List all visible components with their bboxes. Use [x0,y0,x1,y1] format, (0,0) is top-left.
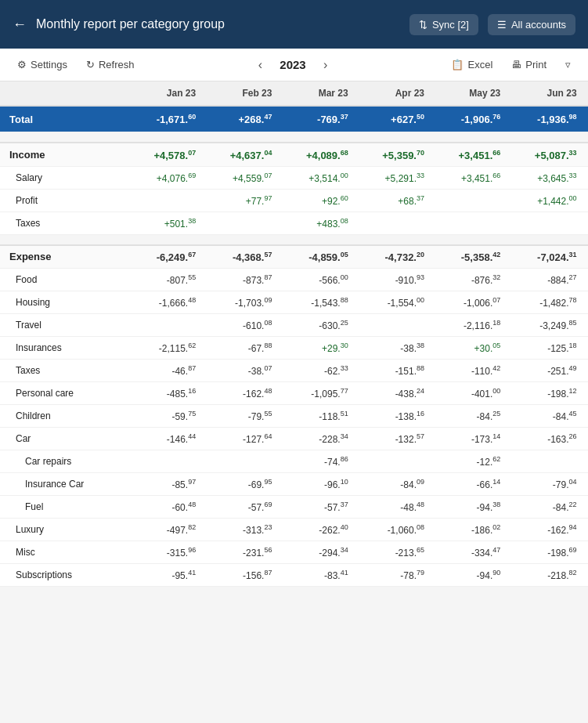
expense-sub-cell-3: -438.24 [355,381,431,404]
sync-button[interactable]: ⇅ Sync [2] [409,14,478,35]
expense-row-10: Fuel-60.48-57.69-57.37-48.48-94.38-84.22… [0,495,588,518]
filter-button[interactable]: ▿ [557,55,579,74]
expense-row-4: Taxes-46.87-38.07-62.33-151.88-110.42-25… [0,359,588,381]
expense-sub-cell-5: -84.45 [507,404,583,427]
income-sub-cell-3 [355,211,431,234]
expense-sub-cell-3: -132.57 [355,427,431,450]
report-table: Jan 23 Feb 23 Mar 23 Apr 23 May 23 Jun 2… [0,81,588,587]
expense-sub-cell-2: +29.30 [278,336,354,359]
expense-sub-cell-5: -1,482.78 [507,291,583,313]
expense-sub-cell-4: -876.32 [431,268,507,291]
income-header-cell-6: +8,352.04 [583,143,588,166]
expense-sub-label: Subscriptions [0,563,126,586]
expense-sub-cell-5: -79.04 [507,472,583,495]
expense-sub-cell-4: -84.25 [431,404,507,427]
expense-sub-cell-4: -94.38 [431,495,507,518]
expense-sub-cell-2: -294.34 [278,540,354,563]
expense-sub-cell-6: -77.16 [583,563,588,586]
col-header-jul: Jul 23 [583,81,588,106]
expense-sub-label: Car [0,427,126,450]
expense-sub-label: Insurances [0,336,126,359]
expense-header-cell-2: -4,859.05 [278,245,354,269]
col-header-jun: Jun 23 [507,81,583,106]
accounts-button[interactable]: ☰ All accounts [488,14,575,35]
expense-sub-cell-3 [355,313,431,336]
income-sub-cell-5 [507,211,583,234]
expense-sub-cell-2: -57.37 [278,495,354,518]
income-sub-cell-5: +1,442.00 [507,189,583,211]
page-title: Monthly report per category group [36,17,400,31]
income-sub-cell-0: +501.38 [126,211,202,234]
year-navigation: ‹ 2023 › [254,56,333,74]
refresh-button[interactable]: ↻ Refresh [78,55,142,74]
expense-sub-cell-5: -84.22 [507,495,583,518]
expense-sub-cell-6: -67.18 [583,313,588,336]
expense-sub-cell-4: -94.90 [431,563,507,586]
expense-sub-cell-6: -851.80 [583,427,588,450]
expense-sub-cell-1: -610.08 [202,313,278,336]
income-row-1: Profit+77.97+92.60+68.37+1,442.00+3,271.… [0,189,588,211]
expense-sub-cell-4: +30.05 [431,336,507,359]
expense-sub-cell-0 [126,450,202,472]
expense-header-cell-3: -4,732.20 [355,245,431,269]
expense-sub-cell-4: -66.14 [431,472,507,495]
expense-sub-cell-3: -138.16 [355,404,431,427]
expense-sub-cell-4: -334.47 [431,540,507,563]
income-sub-cell-1: +77.97 [202,189,278,211]
income-sub-cell-6: +535.57 [583,211,588,234]
income-sub-cell-1: +4,559.07 [202,166,278,189]
expense-sub-cell-0: -146.44 [126,427,202,450]
expense-sub-label: Children [0,404,126,427]
expense-sub-cell-5: -3,249.85 [507,313,583,336]
settings-icon: ⚙ [17,59,27,70]
back-icon[interactable]: ← [13,16,27,33]
prev-year-button[interactable]: ‹ [254,56,267,74]
col-header-feb: Feb 23 [202,81,278,106]
filter-lines-icon: ☰ [497,19,507,31]
expense-sub-label: Car repairs [0,450,126,472]
expense-row-13: Subscriptions-95.41-156.87-83.41-78.79-9… [0,563,588,586]
income-sub-cell-4 [431,211,507,234]
expense-sub-cell-5: -251.49 [507,359,583,381]
expense-row-2: Travel-610.08-630.25-2,116.18-3,249.85-6… [0,313,588,336]
expense-sub-cell-3: -84.09 [355,472,431,495]
expense-sub-cell-5: -162.94 [507,518,583,540]
expense-sub-cell-0: -1,666.48 [126,291,202,313]
expense-sub-cell-6: -93.95 [583,472,588,495]
income-header-cell-5: +5,087.33 [507,143,583,166]
total-cell-4: -1,906.76 [431,106,507,132]
excel-button[interactable]: 📋 Excel [443,55,500,74]
expense-sub-cell-3: -38.38 [355,336,431,359]
income-sub-label: Profit [0,189,126,211]
table-header-row: Jan 23 Feb 23 Mar 23 Apr 23 May 23 Jun 2… [0,81,588,106]
income-sub-label: Salary [0,166,126,189]
settings-button[interactable]: ⚙ Settings [9,55,75,74]
expense-sub-cell-0 [126,313,202,336]
expense-sub-cell-2: -96.10 [278,472,354,495]
income-header-row: Income+4,578.07+4,637.04+4,089.68+5,359.… [0,143,588,166]
expense-row-0: Food-807.55-873.87-566.00-910.93-876.32-… [0,268,588,291]
expense-sub-cell-0: -60.48 [126,495,202,518]
expense-sub-cell-6: -631.26 [583,450,588,472]
print-button[interactable]: 🖶 Print [503,55,554,74]
expense-sub-cell-1: -57.69 [202,495,278,518]
expense-sub-cell-5: -125.18 [507,336,583,359]
expense-sub-cell-4: -1,006.07 [431,291,507,313]
expense-sub-cell-0: -85.97 [126,472,202,495]
expense-sub-cell-4: -173.14 [431,427,507,450]
next-year-button[interactable]: › [319,56,332,74]
expense-sub-label: Travel [0,313,126,336]
income-row-0: Salary+4,076.69+4,559.07+3,514.00+5,291.… [0,166,588,189]
expense-sub-cell-1: -38.07 [202,359,278,381]
income-sub-cell-6: +4,545.33 [583,166,588,189]
expense-sub-cell-1: -67.88 [202,336,278,359]
expense-sub-cell-4: -401.00 [431,381,507,404]
expense-sub-cell-6: -253.60 [583,518,588,540]
expense-sub-cell-2: -566.00 [278,268,354,291]
expense-sub-cell-0: -807.55 [126,268,202,291]
expense-sub-cell-0: -497.82 [126,518,202,540]
income-sub-cell-2: +92.60 [278,189,354,211]
expense-sub-cell-1: -69.95 [202,472,278,495]
toolbar: ⚙ Settings ↻ Refresh ‹ 2023 › 📋 Excel 🖶 … [0,49,588,81]
total-cell-2: -769.37 [278,106,354,132]
